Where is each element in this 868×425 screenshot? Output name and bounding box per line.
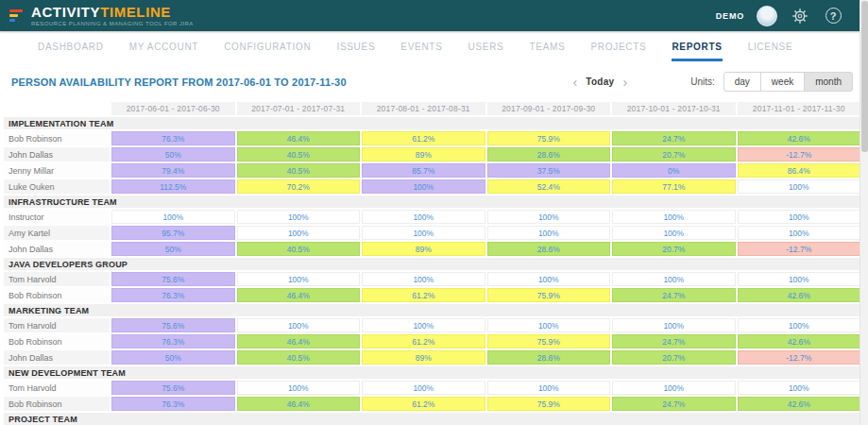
availability-cell: 100% [738, 318, 861, 332]
availability-cell: 76.3% [111, 334, 235, 348]
person-name-cell: Instructor [4, 210, 110, 224]
availability-cell: 100% [738, 226, 861, 240]
availability-cell: 100% [237, 226, 361, 240]
person-name-cell: Luke Ouken [4, 179, 110, 194]
availability-cell: 42.6% [738, 288, 861, 302]
availability-cell: 75.6% [111, 381, 235, 395]
availability-cell: 100% [487, 318, 611, 332]
availability-cell: 75.9% [487, 288, 611, 302]
availability-cell: 100% [738, 381, 861, 395]
availability-cell: 100% [237, 318, 361, 332]
availability-cell: 50% [111, 242, 235, 256]
person-name-cell: John Dallas [4, 242, 110, 256]
availability-cell: 100% [237, 272, 361, 286]
availability-cell: 75.9% [487, 334, 611, 348]
availability-cell: 28.6% [487, 242, 611, 256]
availability-cell: 100% [612, 318, 736, 332]
nav-tab-issues[interactable]: ISSUES [336, 31, 375, 61]
user-avatar[interactable] [757, 6, 777, 26]
availability-cell: 28.6% [487, 350, 611, 365]
availability-cell: 100% [362, 272, 485, 286]
person-name-cell: Bob Robinson [4, 288, 110, 302]
grid-corner-cell [4, 102, 110, 115]
settings-gear-icon[interactable] [790, 6, 810, 26]
units-segmented-control: dayweekmonth [724, 72, 853, 92]
help-question-glyph: ? [825, 8, 842, 24]
logo-bar-red [9, 9, 23, 12]
scrollbar-thumb[interactable] [861, 1, 868, 152]
help-icon[interactable]: ? [823, 6, 843, 26]
team-section-header-implementation-team: IMPLEMENTATION TEAM [4, 117, 860, 129]
availability-cell: 76.3% [111, 131, 235, 145]
availability-cell: 112.5% [111, 179, 235, 194]
availability-cell: 89% [362, 242, 485, 256]
nav-tab-users[interactable]: USERS [468, 31, 504, 61]
unit-button-month[interactable]: month [804, 72, 853, 92]
availability-cell: 100% [487, 381, 611, 395]
app-header: ACTIVITYTIMELINE RESOURCE PLANNING & MAN… [0, 0, 868, 31]
availability-cell: 0% [612, 163, 736, 178]
availability-cell: 85.7% [362, 163, 485, 178]
nav-tab-license[interactable]: LICENSE [748, 31, 793, 61]
person-name-cell: Tom Harvold [4, 318, 110, 332]
person-name-cell: Bob Robinson [4, 334, 110, 348]
availability-cell: 46.4% [237, 131, 361, 145]
availability-cell: 100% [362, 381, 485, 395]
availability-cell: 89% [362, 147, 485, 162]
availability-cell: 20.7% [612, 350, 736, 365]
nav-tab-reports[interactable]: REPORTS [672, 31, 722, 61]
nav-tab-configuration[interactable]: CONFIGURATION [224, 31, 311, 61]
prev-period-chevron-icon[interactable]: ‹ [565, 74, 587, 91]
availability-cell: 100% [487, 272, 611, 286]
column-header: 2017-09-01 - 2017-09-30 [487, 102, 611, 115]
availability-cell: -12.7% [738, 147, 861, 162]
nav-tab-my-account[interactable]: MY ACCOUNT [129, 31, 199, 61]
availability-cell: 86.4% [738, 163, 861, 178]
app-logo-icon [9, 8, 24, 23]
availability-cell: 20.7% [612, 147, 736, 162]
report-title: PERSON AVAILABILITY REPORT FROM 2017-06-… [11, 76, 347, 88]
availability-cell: 20.7% [612, 242, 736, 256]
availability-cell: 100% [487, 210, 611, 224]
nav-tab-dashboard[interactable]: DASHBOARD [38, 31, 104, 61]
unit-button-day[interactable]: day [723, 72, 761, 92]
availability-cell: 40.5% [237, 147, 361, 162]
availability-cell: 50% [111, 350, 235, 365]
column-header: 2017-10-01 - 2017-10-31 [612, 102, 736, 115]
availability-cell: 75.6% [111, 272, 235, 286]
person-name-cell: Bob Robinson [4, 397, 110, 411]
person-name-cell: Amy Kartel [4, 226, 110, 240]
unit-button-week[interactable]: week [760, 72, 805, 92]
availability-cell: 42.6% [738, 397, 861, 411]
main-nav: DASHBOARDMY ACCOUNTCONFIGURATIONISSUESEV… [0, 31, 868, 61]
availability-cell: 77.1% [612, 179, 736, 194]
nav-tab-projects[interactable]: PROJECTS [590, 31, 646, 61]
column-header: 2017-11-01 - 2017-11-30 [738, 102, 861, 115]
team-section-header-project-team: PROJECT TEAM [4, 413, 860, 425]
availability-cell: 100% [738, 210, 861, 224]
availability-cell: 100% [738, 179, 861, 194]
column-header: 2017-08-01 - 2017-08-31 [362, 102, 485, 115]
logo-bar-yellow [9, 14, 18, 17]
availability-cell: 75.6% [111, 318, 235, 332]
vertical-scrollbar [859, 0, 868, 425]
availability-report-grid: 2017-06-01 - 2017-06-302017-07-01 - 2017… [0, 102, 868, 425]
person-name-cell: John Dallas [4, 350, 110, 365]
availability-cell: -12.7% [738, 350, 861, 365]
today-button[interactable]: Today [586, 76, 614, 87]
person-name-cell: John Dallas [4, 147, 110, 162]
next-period-chevron-icon[interactable]: › [614, 74, 636, 91]
availability-cell: 100% [612, 210, 736, 224]
nav-tab-events[interactable]: EVENTS [400, 31, 442, 61]
app-title: ACTIVITYTIMELINE [31, 5, 194, 19]
availability-cell: -12.7% [738, 242, 861, 256]
availability-cell: 75.9% [487, 131, 611, 145]
availability-cell: 100% [738, 272, 861, 286]
nav-tab-teams[interactable]: TEAMS [529, 31, 565, 61]
person-name-cell: Jenny Millar [4, 163, 110, 178]
availability-cell: 52.4% [487, 179, 611, 194]
availability-cell: 40.5% [237, 350, 361, 365]
units-label: Units: [690, 76, 715, 87]
availability-cell: 70.2% [237, 179, 361, 194]
availability-cell: 100% [487, 226, 611, 240]
